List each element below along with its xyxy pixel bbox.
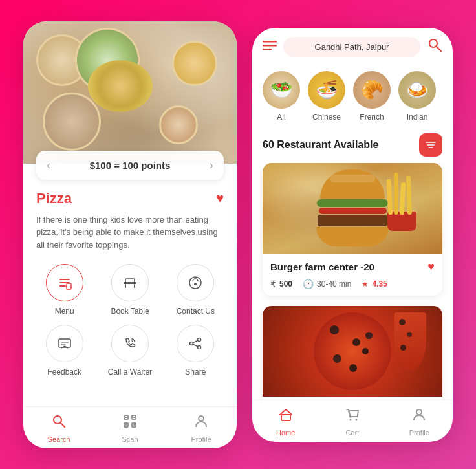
hamburger-icon[interactable] bbox=[263, 38, 277, 56]
menu-action[interactable]: Menu bbox=[36, 264, 92, 316]
burger-meta: ₹ 500 🕐 30-40 min ★ 4.35 bbox=[270, 279, 435, 289]
points-text: $100 = 100 points bbox=[90, 160, 171, 171]
svg-rect-26 bbox=[125, 424, 127, 426]
burger-card[interactable]: Burger farm center -20 ♥ ₹ 500 🕐 30-40 m… bbox=[263, 163, 442, 296]
bun-top bbox=[320, 169, 385, 199]
home-nav-label: Home bbox=[276, 429, 295, 437]
svg-point-9 bbox=[194, 283, 197, 285]
burger-price: ₹ 500 bbox=[270, 279, 292, 289]
olive-3 bbox=[333, 354, 341, 363]
svg-rect-37 bbox=[281, 415, 290, 420]
search-icon[interactable] bbox=[427, 37, 442, 56]
category-french[interactable]: 🥐 French bbox=[353, 71, 391, 122]
svg-point-15 bbox=[198, 346, 201, 349]
search-nav-icon bbox=[51, 413, 67, 433]
svg-rect-11 bbox=[61, 342, 69, 343]
svg-point-32 bbox=[429, 39, 437, 47]
main-container: ‹ $100 = 100 points › Pizza ♥ If there i… bbox=[23, 21, 453, 448]
points-prev-arrow[interactable]: ‹ bbox=[47, 158, 50, 172]
menu-label: Menu bbox=[55, 307, 74, 316]
svg-rect-25 bbox=[133, 417, 135, 418]
points-next-arrow[interactable]: › bbox=[210, 158, 213, 172]
nav-scan[interactable]: Scan bbox=[94, 413, 166, 443]
pizza-title: Pizza bbox=[36, 190, 72, 207]
category-indian-label: Indian bbox=[407, 113, 428, 122]
left-bottom-nav: Search Scan bbox=[23, 406, 237, 448]
fry-3 bbox=[400, 182, 406, 214]
lettuce bbox=[317, 199, 388, 207]
noodles bbox=[88, 60, 153, 112]
burger-visual bbox=[314, 169, 391, 247]
svg-point-18 bbox=[54, 416, 61, 424]
location-pill[interactable]: Gandhi Path, Jaipur bbox=[283, 37, 420, 57]
svg-point-39 bbox=[355, 419, 357, 420]
book-table-label: Book Table bbox=[111, 307, 149, 316]
svg-rect-2 bbox=[60, 285, 66, 287]
burger-time-value: 30-40 min bbox=[317, 279, 351, 289]
burger-name-row: Burger farm center -20 ♥ bbox=[270, 260, 435, 274]
left-phone: ‹ $100 = 100 points › Pizza ♥ If there i… bbox=[23, 21, 237, 448]
pizza-header: Pizza ♥ bbox=[36, 190, 224, 207]
book-table-icon bbox=[121, 274, 139, 292]
right-nav-home[interactable]: Home bbox=[252, 407, 319, 437]
filter-button[interactable] bbox=[419, 133, 442, 157]
scan-nav-label: Scan bbox=[122, 435, 138, 443]
restaurants-list: Burger farm center -20 ♥ ₹ 500 🕐 30-40 m… bbox=[252, 163, 453, 400]
olive-5 bbox=[365, 332, 373, 339]
burger-image bbox=[263, 163, 442, 254]
svg-rect-7 bbox=[134, 284, 135, 288]
svg-rect-12 bbox=[61, 344, 66, 345]
book-table-action[interactable]: Book Table bbox=[102, 264, 158, 316]
svg-point-28 bbox=[199, 416, 204, 421]
category-all[interactable]: 🥗 All bbox=[263, 71, 300, 122]
contact-us-label: Contact Us bbox=[177, 307, 215, 316]
right-header: Gandhi Path, Jaipur bbox=[252, 28, 453, 66]
category-french-image: 🥐 bbox=[353, 71, 391, 109]
nav-profile-left[interactable]: Profile bbox=[166, 413, 237, 443]
feedback-icon-wrap bbox=[46, 325, 83, 362]
category-indian-image: 🍛 bbox=[398, 71, 436, 109]
svg-rect-30 bbox=[263, 45, 277, 47]
categories-row: 🥗 All 🍜 Chinese 🥐 French 🍛 Indian bbox=[252, 66, 453, 129]
right-nav-cart[interactable]: Cart bbox=[319, 407, 385, 437]
svg-point-40 bbox=[416, 409, 422, 415]
svg-rect-29 bbox=[263, 41, 277, 43]
points-bar: ‹ $100 = 100 points › bbox=[36, 151, 224, 180]
home-nav-icon bbox=[278, 407, 294, 426]
cart-nav-icon bbox=[345, 407, 360, 426]
pizza-slice bbox=[394, 312, 426, 371]
food-plate-5 bbox=[159, 105, 198, 144]
olive-6 bbox=[349, 364, 357, 372]
food-plate-3 bbox=[172, 41, 217, 86]
call-waiter-action[interactable]: Call a Waiter bbox=[102, 325, 158, 376]
share-icon-wrap bbox=[177, 325, 214, 362]
category-french-label: French bbox=[360, 113, 384, 122]
category-chinese[interactable]: 🍜 Chinese bbox=[308, 71, 345, 122]
profile-nav-icon-right bbox=[411, 407, 427, 426]
pizza-circle bbox=[314, 312, 391, 390]
restaurant-count: 60 Restaurant Available bbox=[263, 139, 378, 151]
right-nav-profile[interactable]: Profile bbox=[386, 407, 453, 437]
slice-olive-1 bbox=[399, 319, 406, 325]
contact-us-action[interactable]: Contact Us bbox=[168, 264, 224, 316]
burger-favorite-icon[interactable]: ♥ bbox=[427, 260, 435, 274]
svg-rect-24 bbox=[125, 417, 127, 418]
category-indian[interactable]: 🍛 Indian bbox=[398, 71, 436, 122]
patty bbox=[318, 215, 387, 226]
olive-2 bbox=[352, 338, 360, 346]
nav-search[interactable]: Search bbox=[23, 413, 94, 443]
menu-icon bbox=[56, 274, 73, 291]
clock-icon: 🕐 bbox=[303, 279, 314, 289]
pizza-bg bbox=[263, 306, 442, 397]
svg-rect-27 bbox=[133, 424, 135, 426]
rupee-icon: ₹ bbox=[270, 279, 276, 289]
action-grid: Menu Book Table bbox=[36, 264, 224, 376]
fries-sticks bbox=[387, 173, 416, 215]
pizza-card[interactable]: La Pino'z Pizza - Sector 23 ♥ ₹ 400 🕐 25… bbox=[263, 306, 442, 400]
feedback-action[interactable]: Feedback bbox=[36, 325, 92, 376]
fries-visual bbox=[387, 173, 416, 231]
share-action[interactable]: Share bbox=[168, 325, 224, 376]
burger-rating-value: 4.35 bbox=[372, 279, 387, 289]
favorite-icon[interactable]: ♥ bbox=[216, 191, 224, 206]
call-waiter-icon bbox=[121, 334, 139, 353]
